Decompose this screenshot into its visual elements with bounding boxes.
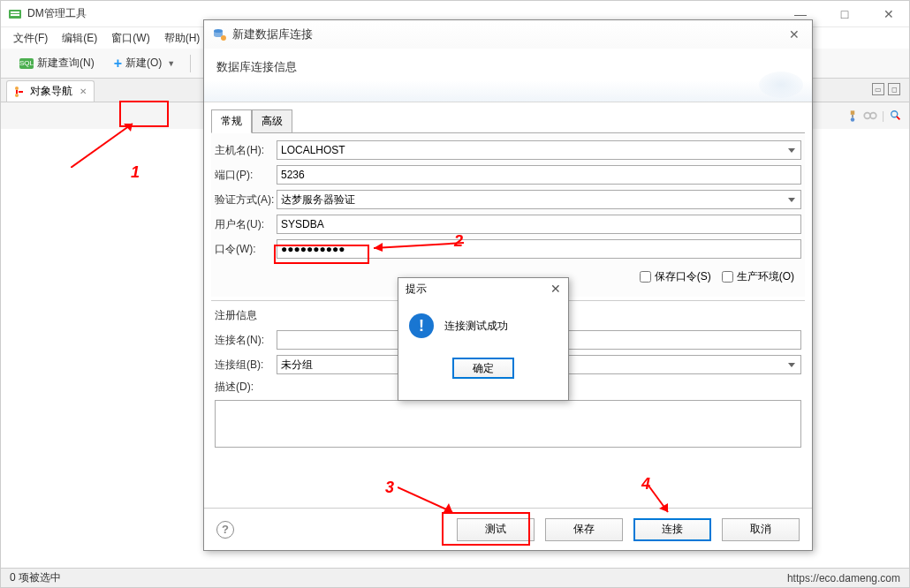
close-button[interactable]: ✕: [876, 7, 902, 21]
msgbox-footer: 确定: [398, 352, 568, 384]
port-label: 端口(P):: [215, 168, 277, 183]
conn-group-label: 连接组(B):: [215, 358, 277, 373]
port-input[interactable]: [277, 165, 801, 185]
annotation-label-2: 2: [454, 232, 463, 251]
host-label: 主机名(H):: [215, 143, 277, 158]
restore-panel-icon[interactable]: ◻: [888, 83, 900, 95]
annotation-label-1: 1: [131, 163, 140, 182]
menu-help[interactable]: 帮助(H): [159, 29, 206, 48]
tab-close-icon[interactable]: ✕: [80, 87, 87, 96]
msgbox-titlebar: 提示 ✕: [398, 278, 568, 299]
user-label: 用户名(U):: [215, 217, 277, 232]
nav-tab[interactable]: 对象导航 ✕: [6, 80, 95, 102]
plus-icon: +: [114, 56, 122, 72]
host-input[interactable]: LOCALHOST: [277, 140, 801, 160]
db-connect-icon: [213, 27, 227, 41]
annotation-box-3: [442, 512, 530, 546]
desc-label: 描述(D):: [215, 380, 277, 395]
separator: |: [882, 109, 884, 122]
menu-window[interactable]: 窗口(W): [106, 29, 155, 48]
maximize-button[interactable]: □: [831, 7, 858, 21]
menu-file[interactable]: 文件(F): [8, 29, 53, 48]
dialog-title: 新建数据库连接: [232, 26, 785, 42]
save-password-checkbox[interactable]: 保存口令(S): [640, 269, 711, 284]
msgbox-body: ! 连接测试成功: [398, 299, 568, 352]
toolbar-separator: [190, 55, 191, 72]
status-url: https://eco.dameng.com: [787, 572, 900, 584]
search-icon[interactable]: [888, 108, 904, 124]
prod-env-checkbox[interactable]: 生产环境(O): [722, 269, 794, 284]
desc-textarea[interactable]: [215, 400, 801, 448]
svg-rect-1: [11, 11, 19, 13]
svg-point-8: [864, 113, 870, 119]
auth-label: 验证方式(A):: [215, 192, 277, 207]
sql-icon: SQL: [19, 58, 34, 69]
status-text: 0 项被选中: [10, 570, 61, 585]
msgbox-title-text: 提示: [406, 282, 550, 297]
new-label: 新建(O): [125, 56, 162, 71]
form-area: 主机名(H): LOCALHOST 端口(P): 验证方式(A): 达梦服务器验…: [211, 133, 805, 297]
svg-point-7: [851, 117, 855, 122]
msgbox-message: 连接测试成功: [444, 319, 508, 334]
svg-point-4: [15, 94, 19, 97]
new-query-button[interactable]: SQL 新建查询(N): [11, 52, 102, 74]
cancel-button[interactable]: 取消: [722, 518, 800, 541]
svg-point-15: [221, 35, 226, 41]
annotation-box-2: [274, 245, 369, 264]
msgbox-close-button[interactable]: ✕: [550, 282, 561, 296]
svg-point-9: [870, 113, 876, 119]
annotation-label-3: 3: [385, 479, 394, 497]
message-box: 提示 ✕ ! 连接测试成功 确定: [398, 277, 569, 401]
tree-icon: [14, 86, 27, 98]
dropdown-arrow-icon: ▼: [167, 59, 175, 68]
svg-rect-2: [11, 14, 19, 16]
annotation-label-4: 4: [641, 475, 650, 494]
user-input[interactable]: [277, 215, 801, 234]
msgbox-ok-button[interactable]: 确定: [452, 358, 514, 379]
annotation-box-1: [119, 101, 169, 127]
save-button[interactable]: 保存: [545, 518, 623, 541]
chain-icon[interactable]: [862, 108, 878, 124]
help-button[interactable]: ?: [216, 521, 234, 539]
auth-select[interactable]: 达梦服务器验证: [277, 190, 801, 209]
tab-advanced[interactable]: 高级: [252, 109, 292, 133]
panel-controls: ▭ ◻: [872, 83, 900, 95]
tab-general[interactable]: 常规: [211, 109, 252, 133]
statusbar: 0 项被选中 https://eco.dameng.com: [1, 568, 909, 587]
info-icon: !: [409, 313, 434, 338]
dialog-subtitle: 数据库连接信息: [204, 49, 812, 102]
svg-point-3: [15, 87, 19, 90]
dialog-titlebar: 新建数据库连接 ✕: [204, 20, 812, 49]
menu-edit[interactable]: 编辑(E): [57, 29, 102, 48]
app-icon: [8, 7, 22, 21]
svg-line-11: [897, 117, 900, 120]
new-query-label: 新建查询(N): [37, 56, 95, 71]
password-label: 口令(W):: [215, 242, 277, 257]
minimize-panel-icon[interactable]: ▭: [872, 83, 884, 95]
svg-point-10: [891, 111, 898, 117]
dialog-close-button[interactable]: ✕: [785, 27, 803, 41]
conn-name-label: 连接名(N):: [215, 333, 277, 348]
link-icon[interactable]: [845, 108, 861, 124]
connect-button[interactable]: 连接: [633, 518, 711, 541]
dialog-tabs: 常规 高级: [211, 109, 805, 133]
new-button[interactable]: + 新建(O) ▼: [106, 52, 184, 75]
nav-tab-label: 对象导航: [30, 84, 72, 99]
